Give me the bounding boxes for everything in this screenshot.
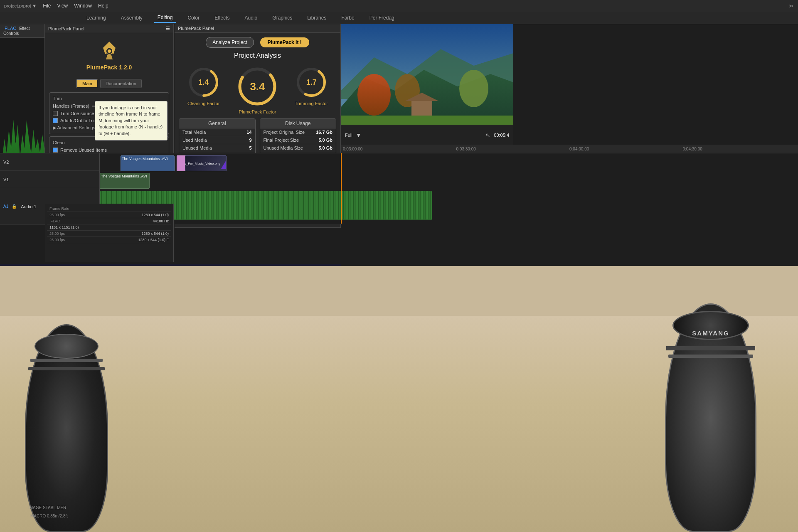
plumepack-panel-title: PlumePack Panel [48, 26, 84, 31]
cursor-tool-icon[interactable]: ↖ [485, 132, 490, 138]
preview-image [341, 24, 513, 132]
trim-section-label: Trim [53, 96, 165, 101]
disk-usage-header: Disk Usage [260, 119, 336, 128]
timecode-3: 0:04:00:00 [569, 147, 683, 151]
framerate-panel: Frame Rate 25.00 fps 1280 x 544 (1.0) .F… [45, 204, 174, 262]
logo-triangle-icon [221, 158, 227, 169]
lens-ring-1 [30, 359, 103, 362]
fps-row-1: Frame Rate [47, 206, 171, 212]
tab-editing[interactable]: Editing [154, 13, 176, 23]
tab-assembly[interactable]: Assembly [118, 13, 146, 22]
clip-logo-label: Logo_For_Music_Video.png [185, 161, 221, 166]
remove-unused-checkbox[interactable] [53, 148, 58, 153]
svg-point-15 [459, 70, 488, 107]
clip-video1[interactable]: The Vosges Mountains .AVI [121, 155, 175, 171]
tab-audio[interactable]: Audio [241, 13, 261, 22]
handles-label: Handles (Frames) [53, 103, 90, 108]
timeline-ruler: 0:03:00:00 0:03:30:00 0:04:00:00 0:04:30… [341, 145, 798, 153]
timecode-4: 0:04:30:00 [683, 147, 796, 151]
panel-menu-icon[interactable]: ☰ [166, 26, 170, 31]
timeline-content: The Vosges Mountains .AVI Logo_For_Music… [100, 153, 798, 224]
project-analysis-title: Project Analysis [175, 52, 340, 59]
monitor-screen: project.prproj ▼ File View Window Help ≫… [0, 0, 798, 274]
cleaning-factor-circle: 1.4 [187, 66, 220, 99]
tab-libraries[interactable]: Libraries [304, 13, 330, 22]
menu-window[interactable]: Window [74, 3, 92, 9]
svg-point-13 [357, 74, 391, 116]
remove-unused-label: Remove Unused Items [60, 148, 165, 153]
lens-ring-2 [28, 367, 105, 370]
general-table-header: General [179, 119, 255, 128]
track-a1-lock: 🔒 [12, 204, 17, 209]
lens-text-stabilizer: IMAGE STABILIZER [28, 505, 66, 510]
cleaning-factor-value: 1.4 [198, 78, 209, 87]
timecode-2: 0:03:30:00 [456, 147, 570, 151]
cleaning-factor-label: Cleaning Factor [187, 101, 220, 106]
track-v2-label: V2 [0, 153, 99, 171]
tab-documentation[interactable]: Documentation [100, 79, 142, 88]
lens-front-element [34, 334, 99, 359]
svg-marker-3 [106, 55, 113, 59]
playback-dropdown-icon[interactable]: ▼ [356, 132, 362, 138]
menu-view[interactable]: View [57, 3, 68, 9]
track-a1-color: A1 [3, 204, 8, 209]
clean-section-label: Clean [53, 140, 165, 145]
trimming-factor-label: Trimming Factor [295, 101, 328, 106]
clip-video3-label: The Vosges Mountains .AVI [100, 173, 149, 179]
add-inout-checkbox[interactable] [53, 118, 58, 123]
svg-point-2 [108, 49, 111, 53]
tab-color[interactable]: Color [184, 13, 203, 22]
effect-controls-header: .FLAC Effect Controls [0, 24, 44, 38]
track-v1-label: V1 [0, 171, 99, 188]
camera-lens-left: MACRO 0.85m/2.8ft IMAGE STABILIZER [25, 324, 108, 532]
row-final-size: Final Project Size 5.0 Gb [260, 136, 336, 144]
trimming-factor-gauge: 1.7 Trimming Factor [295, 66, 328, 114]
desk-area: PHILIPS MACRO 0.85m/2.8ft IMAGE STABILIZ… [0, 266, 798, 532]
plumepack-it-button[interactable]: PlumePack It ! [260, 37, 309, 47]
row-total-media: Total Media 14 [179, 128, 255, 136]
plumepack-tabs: Main Documentation [45, 79, 173, 88]
trimming-factor-circle: 1.7 [295, 66, 328, 99]
tab-effects[interactable]: Effects [211, 13, 233, 22]
playback-full-label: Full [345, 133, 352, 138]
clip-video1-label: The Vosges Mountains .AVI [121, 156, 174, 162]
plumepack-factor-value: 3.4 [250, 80, 265, 93]
fps-row-4: 1151 x 1151 (1.0) [47, 224, 171, 231]
plumepack-panel-header: PlumePack Panel ☰ [45, 24, 173, 33]
plumepack-logo-area: PlumePack 1.2.0 [45, 33, 173, 79]
ap-buttons: Analyze Project PlumePack It ! [175, 33, 340, 52]
analysis-panel-title: PlumePack Panel [178, 26, 214, 31]
plumepack-factor-gauge: 3.4 PlumePack Factor [236, 66, 278, 114]
clip-video3[interactable]: The Vosges Mountains .AVI [100, 173, 150, 189]
tab-farbe[interactable]: Farbe [338, 13, 357, 22]
fps-row-5: 25.00 fps 1280 x 544 (1.0) [47, 231, 171, 237]
svg-rect-16 [411, 101, 432, 116]
tab-learning[interactable]: Learning [83, 13, 109, 22]
lens-text-macro: MACRO 0.85m/2.8ft [30, 514, 68, 518]
tab-perfredag[interactable]: Per Fredag [366, 13, 398, 22]
row-unused-size: Unused Media Size 5.0 Gb [260, 144, 336, 152]
project-title: project.prproj ▼ [4, 3, 37, 8]
cleaning-factor-gauge: 1.4 Cleaning Factor [187, 66, 220, 114]
tab-graphics[interactable]: Graphics [269, 13, 296, 22]
analyze-project-button[interactable]: Analyze Project [206, 37, 254, 48]
preview-panel [341, 24, 513, 132]
tab-main[interactable]: Main [76, 79, 98, 88]
fps-row-2: 25.00 fps 1280 x 544 (1.0) [47, 212, 171, 218]
gauges-row: 1.4 Cleaning Factor 3.4 PlumePack Factor [175, 66, 340, 118]
menu-help[interactable]: Help [98, 3, 108, 9]
top-menubar: project.prproj ▼ File View Window Help ≫ [0, 0, 798, 12]
menu-file[interactable]: File [43, 3, 51, 9]
expand-icon: ≫ [789, 3, 794, 9]
plumepack-factor-circle: 3.4 [236, 66, 278, 107]
fps-row-6: 25.00 fps 1280 x 544 (1.0) F [47, 237, 171, 243]
clip-logo[interactable]: Logo_For_Music_Video.png [185, 155, 227, 171]
tooltip-box: If you footage is used in your timeline … [95, 101, 167, 140]
plumepack-logo-icon [97, 39, 122, 60]
samyang-brand: SAMYANG [664, 330, 757, 337]
playback-timecode: 00:05:4 [494, 133, 509, 138]
plumepack-version: PlumePack 1.2.0 [49, 64, 169, 71]
trim-one-source-checkbox[interactable] [53, 111, 58, 116]
row-unused-media: Unused Media 5 [179, 144, 255, 152]
analysis-panel-header: PlumePack Panel [175, 24, 340, 33]
